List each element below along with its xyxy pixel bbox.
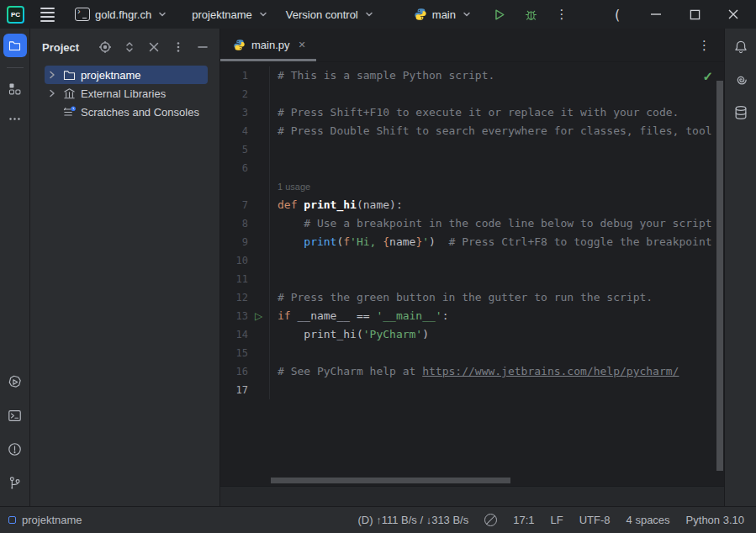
more-actions-button[interactable]: ⋮ — [549, 3, 574, 25]
line-number[interactable]: 10 — [220, 255, 248, 266]
git-tool-window-button[interactable] — [3, 471, 27, 494]
tab-main-py[interactable]: main.py ✕ — [220, 29, 316, 61]
line-ending-widget[interactable]: LF — [551, 514, 563, 526]
run-line-icon[interactable]: ▷ — [248, 311, 269, 321]
tab-close-icon[interactable]: ✕ — [299, 40, 306, 50]
code-line[interactable]: 9 print(f'Hi, {name}') # Press Ctrl+F8 t… — [220, 233, 724, 251]
line-number[interactable]: 15 — [220, 347, 248, 359]
code-text — [269, 344, 724, 362]
hide-panel-icon[interactable] — [196, 40, 209, 54]
code-line[interactable]: 7def print_hi(name): — [220, 196, 724, 214]
line-number[interactable]: 16 — [220, 366, 248, 377]
code-line[interactable]: 16# See PyCharm help at https://www.jetb… — [220, 362, 724, 381]
locate-file-icon[interactable] — [98, 40, 112, 54]
run-configuration-selector[interactable]: main — [408, 3, 478, 25]
run-tool-window-button[interactable] — [3, 370, 27, 393]
interpreter-widget[interactable]: Python 3.10 — [686, 514, 744, 526]
line-number[interactable]: 17 — [220, 384, 248, 396]
layout-paren-icon[interactable]: ( — [601, 2, 633, 27]
code-line[interactable]: 5 — [220, 140, 724, 159]
code-line[interactable]: 1# This is a sample Python script. — [220, 66, 724, 85]
line-number[interactable]: 12 — [220, 292, 248, 303]
tab-label: main.py — [251, 39, 290, 51]
code-line[interactable]: 10 — [220, 251, 724, 270]
code-text — [269, 140, 724, 159]
code-line[interactable]: 8 # Use a breakpoint in the code line be… — [220, 214, 724, 233]
line-number[interactable]: 4 — [220, 125, 248, 137]
more-tool-windows-button[interactable] — [3, 107, 27, 130]
project-selector[interactable]: projektname — [186, 3, 275, 25]
code-line[interactable]: 3# Press Shift+F10 to execute it or repl… — [220, 103, 724, 122]
code-line[interactable]: 15 — [220, 344, 724, 362]
strip-divider — [7, 67, 24, 68]
expand-collapse-icon[interactable] — [123, 40, 136, 54]
code-text: # This is a sample Python script. — [269, 66, 724, 85]
tree-item-projektname[interactable]: projektname — [45, 66, 208, 84]
line-number[interactable]: 5 — [220, 144, 248, 156]
maximize-button[interactable] — [679, 2, 711, 27]
horizontal-scrollbar[interactable] — [271, 478, 510, 483]
line-number[interactable]: 2 — [220, 88, 248, 100]
editor-tab-bar: main.py ✕ ⋮ — [220, 29, 724, 62]
debug-button[interactable] — [519, 3, 544, 25]
line-number[interactable]: 8 — [220, 218, 248, 230]
code-line[interactable]: 6 — [220, 159, 724, 177]
line-number[interactable]: 11 — [220, 273, 248, 285]
code-text — [269, 270, 724, 288]
main-menu-button[interactable] — [33, 8, 62, 22]
terminal-tool-window-button[interactable] — [3, 404, 27, 427]
code-line[interactable]: 2 — [220, 85, 724, 103]
vertical-scrollbar[interactable] — [716, 81, 723, 471]
statusbar-project-widget[interactable]: projektname — [8, 514, 82, 526]
code-text: # Press the green button in the gutter t… — [269, 288, 724, 307]
project-label: projektname — [192, 8, 252, 21]
terminal-host-icon — [75, 8, 90, 21]
editor-options-icon[interactable]: ⋮ — [698, 38, 711, 53]
code-line[interactable]: 11 — [220, 270, 724, 288]
usages-inlay-hint[interactable]: 1 usage — [269, 177, 724, 196]
inspection-ok-icon[interactable]: ✓ — [702, 69, 713, 84]
run-button[interactable] — [487, 3, 512, 25]
panel-options-icon[interactable] — [172, 40, 185, 54]
tree-item-scratches[interactable]: Scratches and Consoles — [45, 103, 208, 121]
ai-assistant-button[interactable] — [732, 71, 749, 91]
line-number[interactable]: 3 — [220, 107, 248, 119]
chevron-right-icon[interactable] — [46, 87, 58, 99]
tree-item-label: projektname — [81, 69, 141, 82]
line-number[interactable]: 9 — [220, 236, 248, 248]
structure-tool-window-button[interactable] — [3, 77, 27, 100]
chevron-right-icon[interactable] — [46, 69, 58, 81]
highlighting-level-icon[interactable] — [484, 514, 497, 526]
code-text — [269, 85, 724, 103]
pycharm-window: PC gold.fhgr.ch projektname Version cont… — [0, 0, 756, 533]
line-number[interactable]: 7 — [220, 199, 248, 211]
code-line[interactable]: 13▷if __name__ == '__main__': — [220, 307, 724, 325]
line-number[interactable]: 6 — [220, 162, 248, 174]
line-number[interactable]: 13 — [220, 310, 248, 322]
minimize-button[interactable] — [640, 2, 672, 27]
caret-position-widget[interactable]: 17:1 — [513, 514, 534, 526]
code-lines: 1# This is a sample Python script.23# Pr… — [220, 63, 724, 486]
code-line[interactable]: 17 — [220, 381, 724, 399]
line-number[interactable]: 14 — [220, 329, 248, 340]
close-button[interactable] — [717, 2, 749, 27]
inlay-hint-row[interactable]: 1 usage — [220, 177, 724, 196]
database-button[interactable] — [732, 104, 749, 124]
line-number[interactable]: 1 — [220, 70, 248, 82]
code-line[interactable]: 12# Press the green button in the gutter… — [220, 288, 724, 307]
collapse-all-icon[interactable] — [147, 40, 161, 54]
remote-host-selector[interactable]: gold.fhgr.ch — [69, 3, 174, 25]
tree-item-external-libraries[interactable]: External Libraries — [45, 84, 208, 103]
network-speed-widget[interactable]: (D) ↑111 B/s / ↓313 B/s — [358, 514, 469, 526]
problems-tool-window-button[interactable] — [3, 437, 27, 461]
indent-widget[interactable]: 4 spaces — [626, 514, 670, 526]
code-text: # Press Shift+F10 to execute it or repla… — [269, 103, 724, 122]
project-tree: projektname External Libraries — [30, 66, 219, 121]
code-line[interactable]: 14 print_hi('PyCharm') — [220, 325, 724, 344]
version-control-menu[interactable]: Version control — [280, 3, 381, 25]
project-tool-window-button[interactable] — [3, 34, 27, 57]
code-line[interactable]: 4# Press Double Shift to search everywhe… — [220, 122, 724, 140]
notifications-button[interactable] — [732, 39, 749, 58]
statusbar-project-label: projektname — [22, 514, 82, 526]
encoding-widget[interactable]: UTF-8 — [579, 514, 611, 526]
